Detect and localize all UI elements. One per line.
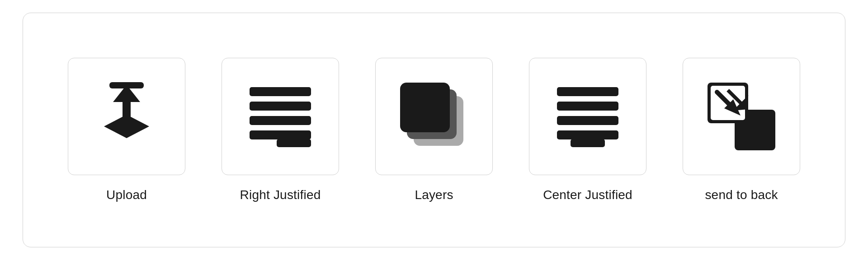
svg-rect-7: [250, 130, 311, 139]
layers-label: Layers: [415, 188, 453, 202]
icon-gallery: Upload Right Justified: [23, 13, 845, 247]
icon-box-right-justified: [222, 58, 339, 175]
icon-card-send-to-back: send to back: [665, 31, 818, 229]
send-to-back-label: send to back: [705, 188, 778, 202]
svg-rect-14: [557, 116, 618, 125]
svg-rect-4: [250, 87, 311, 96]
svg-rect-3: [109, 82, 144, 88]
svg-rect-12: [557, 87, 618, 96]
svg-rect-16: [571, 139, 605, 147]
icon-box-layers: [375, 58, 493, 175]
svg-rect-6: [250, 116, 311, 125]
upload-label: Upload: [106, 188, 147, 202]
svg-rect-15: [557, 130, 618, 139]
icon-card-upload: Upload: [50, 31, 203, 229]
svg-rect-5: [250, 102, 311, 111]
svg-rect-11: [400, 83, 450, 132]
layers-icon: [393, 76, 475, 157]
upload-icon: [86, 76, 167, 157]
center-justified-icon: [547, 76, 628, 157]
right-justified-icon: [240, 76, 321, 157]
svg-rect-1: [123, 99, 131, 122]
center-justified-label: Center Justified: [543, 188, 632, 202]
icon-card-center-justified: Center Justified: [511, 31, 665, 229]
right-justified-label: Right Justified: [240, 188, 321, 202]
icon-box-center-justified: [529, 58, 646, 175]
svg-rect-13: [557, 102, 618, 111]
svg-rect-8: [277, 139, 311, 147]
icon-card-right-justified: Right Justified: [203, 31, 357, 229]
icon-card-layers: Layers: [357, 31, 511, 229]
icon-box-send-to-back: [683, 58, 800, 175]
icon-box-upload: [68, 58, 185, 175]
send-to-back-icon: [701, 76, 782, 157]
